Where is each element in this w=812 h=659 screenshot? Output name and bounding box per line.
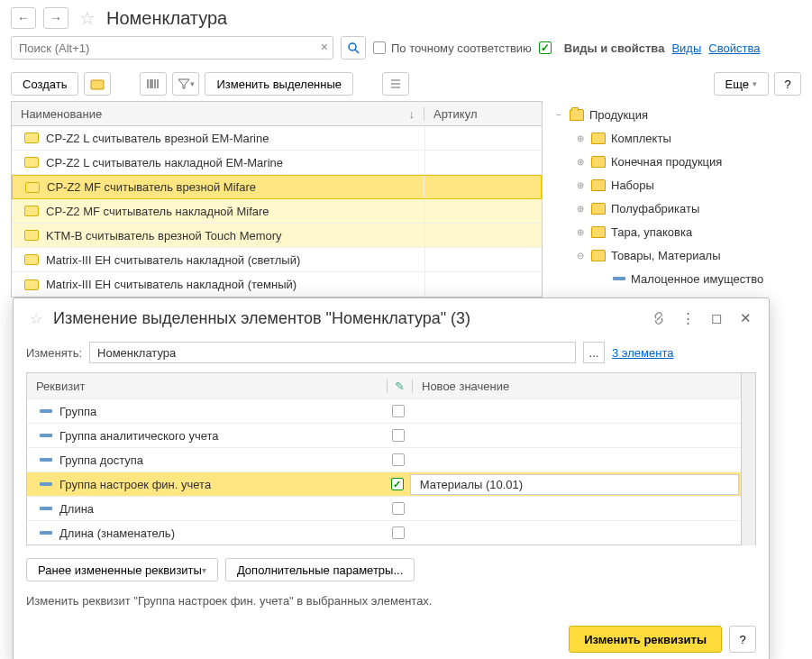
requisite-checkbox[interactable] xyxy=(386,526,411,539)
requisite-row[interactable]: Группа настроек фин. учета ✓ Материалы (… xyxy=(27,471,755,496)
tree-item[interactable]: ⊕ Наборы xyxy=(553,173,801,197)
tree-toggle-icon[interactable]: ⊕ xyxy=(575,133,586,143)
row-article xyxy=(424,176,541,198)
field-icon xyxy=(40,482,52,486)
exact-match-label: По точному соответствию xyxy=(391,41,532,55)
close-icon[interactable]: ✕ xyxy=(734,307,756,329)
change-label: Изменять: xyxy=(26,346,82,360)
kebab-menu-icon[interactable]: ⋮ xyxy=(677,307,698,329)
checkbox-checked-icon: ✓ xyxy=(539,41,552,54)
requisite-checkbox[interactable] xyxy=(386,405,411,417)
clear-search-icon[interactable]: × xyxy=(321,40,328,54)
nav-forward-button[interactable]: → xyxy=(43,7,68,29)
item-icon xyxy=(25,182,40,193)
props-link[interactable]: Свойства xyxy=(708,41,760,55)
funnel-icon xyxy=(178,78,190,90)
field-icon xyxy=(40,409,52,413)
pencil-icon: ✎ xyxy=(395,380,405,393)
field-icon xyxy=(40,458,52,462)
types-link[interactable]: Виды xyxy=(671,41,701,55)
create-button[interactable]: Создать xyxy=(11,72,78,96)
requisite-checkbox[interactable] xyxy=(386,502,411,515)
table-row[interactable]: Matrix-III EH считыватель накладной (све… xyxy=(12,248,542,272)
additional-params-button[interactable]: Дополнительные параметры... xyxy=(225,558,415,581)
tree-item[interactable]: ⊕ Полуфабрикаты xyxy=(553,197,801,220)
dialog-help-button[interactable]: ? xyxy=(729,626,756,653)
tree-toggle-icon[interactable]: ⊕ xyxy=(575,180,586,190)
create-group-button[interactable] xyxy=(84,72,111,96)
requisite-row[interactable]: Группа аналитического учета xyxy=(27,423,755,447)
table-row[interactable]: CP-Z2 L считыватель накладной EM-Marine xyxy=(12,151,542,175)
barcode-icon xyxy=(146,78,160,90)
exact-match-checkbox[interactable]: По точному соответствию xyxy=(373,41,532,55)
column-name-label: Наименование xyxy=(21,107,102,121)
tree-toggle-icon[interactable]: ⊕ xyxy=(575,227,586,237)
dialog-star-icon[interactable]: ☆ xyxy=(30,310,42,327)
item-icon xyxy=(24,157,39,168)
item-icon xyxy=(24,206,39,216)
barcode-button[interactable] xyxy=(140,72,167,96)
tree-item[interactable]: ⊕ Тара, упаковка xyxy=(553,220,801,243)
help-button[interactable]: ? xyxy=(774,72,801,96)
folder-plus-icon xyxy=(90,78,105,90)
tree-toggle-icon[interactable]: ⊕ xyxy=(575,204,586,214)
new-value-input[interactable]: Материалы (10.01) xyxy=(410,474,739,495)
scrollbar-track[interactable] xyxy=(741,497,755,521)
column-name-header[interactable]: Наименование ↓ xyxy=(12,107,424,121)
table-row[interactable]: KTM-B считыватель врезной Touch Memory xyxy=(12,224,542,248)
tree-label: Товары, Материалы xyxy=(611,249,721,262)
scrollbar-track[interactable] xyxy=(741,448,755,472)
filter-button[interactable]: ▾ xyxy=(172,72,199,96)
requisite-row[interactable]: Группа xyxy=(27,398,755,423)
folder-icon xyxy=(591,133,606,144)
link-icon[interactable] xyxy=(648,307,670,329)
requisite-name: Группа аналитического учета xyxy=(59,429,386,443)
change-target-input[interactable]: Номенклатура xyxy=(89,342,576,363)
more-button[interactable]: Еще▾ xyxy=(714,72,769,96)
tree-toggle-icon[interactable]: ⊖ xyxy=(575,251,586,261)
column-requisite-header[interactable]: Реквизит xyxy=(27,380,388,393)
tree-toggle-icon[interactable]: ⊕ xyxy=(575,157,586,167)
table-row[interactable]: CP-Z2 L считыватель врезной EM-Marine xyxy=(12,126,542,151)
tree-item[interactable]: ⊕ Конечная продукция xyxy=(553,150,801,173)
column-newvalue-header[interactable]: Новое значение xyxy=(413,380,741,393)
apply-changes-button[interactable]: Изменить реквизиты xyxy=(569,626,722,653)
scrollbar-track[interactable] xyxy=(741,424,755,448)
previous-requisites-button[interactable]: Ранее измененные реквизиты xyxy=(26,558,218,581)
change-selected-button[interactable]: Изменить выделенные xyxy=(205,72,353,96)
scrollbar-track[interactable] xyxy=(741,521,755,545)
folder-icon xyxy=(591,250,606,261)
dialog-title: Изменение выделенных элементов "Номенкла… xyxy=(53,309,641,328)
checkbox-icon xyxy=(392,429,405,442)
select-target-button[interactable]: ... xyxy=(583,342,605,363)
folder-icon xyxy=(591,203,606,215)
requisite-row[interactable]: Группа доступа xyxy=(27,447,755,471)
maximize-icon[interactable]: ◻ xyxy=(706,307,727,329)
column-edit-header[interactable]: ✎ xyxy=(388,380,413,393)
tree-item[interactable]: ⊖ Товары, Материалы xyxy=(553,243,801,267)
favorite-star-icon[interactable]: ☆ xyxy=(79,7,96,29)
scrollbar-track[interactable] xyxy=(741,373,755,398)
requisite-checkbox[interactable] xyxy=(386,453,411,466)
tree-toggle-icon[interactable]: − xyxy=(553,110,564,120)
requisite-row[interactable]: Длина (знаменатель) xyxy=(27,520,755,545)
elements-count-link[interactable]: 3 элемента xyxy=(612,346,673,360)
scrollbar-track[interactable] xyxy=(741,472,755,497)
tree-item[interactable]: − Продукция xyxy=(553,103,801,126)
scrollbar-track[interactable] xyxy=(741,399,755,424)
requisite-checkbox[interactable] xyxy=(386,429,411,442)
column-article-header[interactable]: Артикул xyxy=(424,107,542,121)
table-row[interactable]: CP-Z2 MF считыватель врезной Mifare xyxy=(12,175,542,199)
requisite-checkbox[interactable]: ✓ xyxy=(385,478,410,490)
search-input[interactable] xyxy=(11,36,333,59)
list-settings-button[interactable] xyxy=(382,72,409,96)
table-row[interactable]: Matrix-III EH считыватель накладной (тем… xyxy=(12,272,542,297)
nav-back-button[interactable]: ← xyxy=(11,7,36,29)
tree-item[interactable]: ⊕ Комплекты xyxy=(553,126,801,150)
types-props-checkbox[interactable]: ✓ Виды и свойства xyxy=(539,41,665,55)
tree-item[interactable]: Малоценное имущество xyxy=(553,267,801,290)
search-button[interactable] xyxy=(341,36,366,59)
row-article xyxy=(424,199,542,223)
requisite-row[interactable]: Длина xyxy=(27,496,755,520)
table-row[interactable]: CP-Z2 MF считыватель накладной Mifare xyxy=(12,199,542,224)
